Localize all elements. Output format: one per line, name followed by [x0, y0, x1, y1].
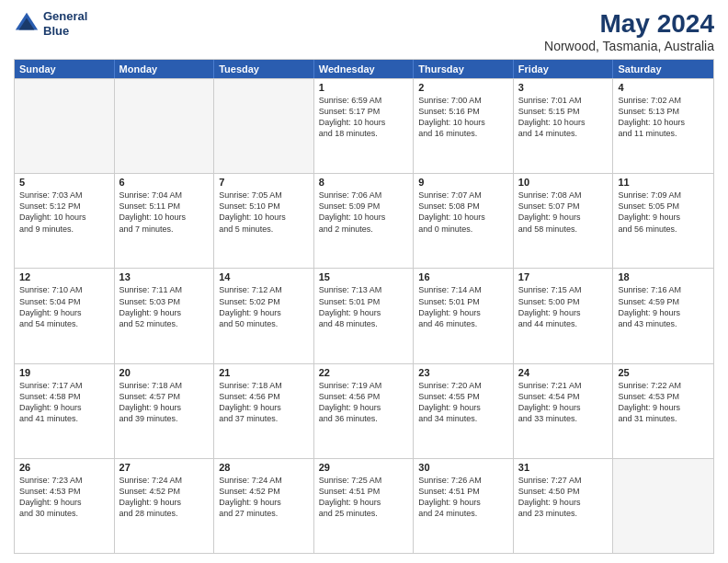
calendar-cell: 19Sunrise: 7:17 AMSunset: 4:58 PMDayligh…: [15, 364, 115, 458]
calendar-cell: 15Sunrise: 7:13 AMSunset: 5:01 PMDayligh…: [314, 269, 415, 362]
calendar-cell: 12Sunrise: 7:10 AMSunset: 5:04 PMDayligh…: [15, 269, 115, 362]
cell-info: Sunrise: 7:18 AMSunset: 4:57 PMDaylight:…: [119, 380, 210, 425]
day-number: 28: [219, 462, 309, 473]
header-day-saturday: Saturday: [613, 60, 713, 78]
calendar-cell: 20Sunrise: 7:18 AMSunset: 4:57 PMDayligh…: [115, 364, 215, 458]
calendar-cell: 2Sunrise: 7:00 AMSunset: 5:16 PMDaylight…: [414, 79, 514, 173]
header-day-monday: Monday: [115, 60, 215, 78]
calendar-row-3: 19Sunrise: 7:17 AMSunset: 4:58 PMDayligh…: [15, 363, 713, 458]
calendar-row-1: 5Sunrise: 7:03 AMSunset: 5:12 PMDaylight…: [15, 173, 713, 268]
cell-info: Sunrise: 7:15 AMSunset: 5:00 PMDaylight:…: [518, 284, 609, 329]
calendar-cell: 23Sunrise: 7:20 AMSunset: 4:55 PMDayligh…: [414, 364, 514, 458]
day-number: 21: [219, 367, 309, 378]
cell-info: Sunrise: 7:09 AMSunset: 5:05 PMDaylight:…: [618, 190, 709, 235]
calendar-cell: 30Sunrise: 7:26 AMSunset: 4:51 PMDayligh…: [414, 459, 514, 553]
day-number: 7: [219, 177, 309, 188]
header-day-wednesday: Wednesday: [314, 60, 415, 78]
calendar-cell: 29Sunrise: 7:25 AMSunset: 4:51 PMDayligh…: [314, 459, 415, 553]
day-number: 23: [418, 367, 508, 378]
cell-info: Sunrise: 7:26 AMSunset: 4:51 PMDaylight:…: [418, 475, 508, 520]
day-number: 17: [518, 271, 609, 282]
calendar-cell: 25Sunrise: 7:22 AMSunset: 4:53 PMDayligh…: [613, 364, 713, 458]
calendar-row-2: 12Sunrise: 7:10 AMSunset: 5:04 PMDayligh…: [15, 268, 713, 362]
logo-text: General Blue: [43, 9, 87, 38]
page: General Blue May 2024 Norwood, Tasmania,…: [0, 0, 728, 563]
cell-info: Sunrise: 7:11 AMSunset: 5:03 PMDaylight:…: [119, 284, 210, 329]
calendar-cell: 7Sunrise: 7:05 AMSunset: 5:10 PMDaylight…: [214, 174, 314, 268]
cell-info: Sunrise: 7:17 AMSunset: 4:58 PMDaylight:…: [19, 380, 109, 425]
day-number: 10: [518, 177, 609, 188]
calendar-cell: [15, 79, 115, 173]
calendar-cell: 18Sunrise: 7:16 AMSunset: 4:59 PMDayligh…: [613, 269, 713, 362]
day-number: 1: [319, 82, 409, 93]
logo-icon: [14, 11, 40, 37]
day-number: 5: [19, 177, 109, 188]
calendar-cell: 28Sunrise: 7:24 AMSunset: 4:52 PMDayligh…: [214, 459, 314, 553]
calendar-cell: 5Sunrise: 7:03 AMSunset: 5:12 PMDaylight…: [15, 174, 115, 268]
cell-info: Sunrise: 7:22 AMSunset: 4:53 PMDaylight:…: [618, 380, 709, 425]
day-number: 20: [119, 367, 210, 378]
calendar-cell: 6Sunrise: 7:04 AMSunset: 5:11 PMDaylight…: [115, 174, 215, 268]
header: General Blue May 2024 Norwood, Tasmania,…: [14, 9, 714, 53]
calendar-cell: 16Sunrise: 7:14 AMSunset: 5:01 PMDayligh…: [414, 269, 514, 362]
cell-info: Sunrise: 7:07 AMSunset: 5:08 PMDaylight:…: [418, 190, 508, 235]
day-number: 25: [618, 367, 709, 378]
header-day-sunday: Sunday: [15, 60, 115, 78]
header-day-tuesday: Tuesday: [214, 60, 314, 78]
calendar-cell: 10Sunrise: 7:08 AMSunset: 5:07 PMDayligh…: [514, 174, 614, 268]
calendar-cell: 9Sunrise: 7:07 AMSunset: 5:08 PMDaylight…: [414, 174, 514, 268]
cell-info: Sunrise: 7:20 AMSunset: 4:55 PMDaylight:…: [418, 380, 508, 425]
calendar: SundayMondayTuesdayWednesdayThursdayFrid…: [14, 59, 714, 554]
day-number: 27: [119, 462, 210, 473]
day-number: 16: [418, 271, 508, 282]
day-number: 8: [319, 177, 409, 188]
cell-info: Sunrise: 7:21 AMSunset: 4:54 PMDaylight:…: [518, 380, 609, 425]
day-number: 19: [19, 367, 109, 378]
day-number: 14: [219, 271, 309, 282]
cell-info: Sunrise: 7:01 AMSunset: 5:15 PMDaylight:…: [518, 95, 609, 140]
day-number: 11: [618, 177, 709, 188]
day-number: 24: [518, 367, 609, 378]
calendar-cell: 26Sunrise: 7:23 AMSunset: 4:53 PMDayligh…: [15, 459, 115, 553]
day-number: 12: [19, 271, 109, 282]
day-number: 2: [418, 82, 508, 93]
cell-info: Sunrise: 7:19 AMSunset: 4:56 PMDaylight:…: [319, 380, 409, 425]
calendar-row-4: 26Sunrise: 7:23 AMSunset: 4:53 PMDayligh…: [15, 458, 713, 553]
day-number: 22: [319, 367, 409, 378]
cell-info: Sunrise: 7:03 AMSunset: 5:12 PMDaylight:…: [19, 190, 109, 235]
calendar-row-0: 1Sunrise: 6:59 AMSunset: 5:17 PMDaylight…: [15, 78, 713, 173]
cell-info: Sunrise: 7:25 AMSunset: 4:51 PMDaylight:…: [319, 475, 409, 520]
day-number: 31: [518, 462, 609, 473]
day-number: 15: [319, 271, 409, 282]
calendar-cell: 3Sunrise: 7:01 AMSunset: 5:15 PMDaylight…: [514, 79, 614, 173]
cell-info: Sunrise: 7:10 AMSunset: 5:04 PMDaylight:…: [19, 284, 109, 329]
cell-info: Sunrise: 7:08 AMSunset: 5:07 PMDaylight:…: [518, 190, 609, 235]
calendar-cell: [613, 459, 713, 553]
calendar-cell: 27Sunrise: 7:24 AMSunset: 4:52 PMDayligh…: [115, 459, 215, 553]
calendar-cell: 21Sunrise: 7:18 AMSunset: 4:56 PMDayligh…: [214, 364, 314, 458]
cell-info: Sunrise: 7:14 AMSunset: 5:01 PMDaylight:…: [418, 284, 508, 329]
cell-info: Sunrise: 7:18 AMSunset: 4:56 PMDaylight:…: [219, 380, 309, 425]
cell-info: Sunrise: 7:24 AMSunset: 4:52 PMDaylight:…: [219, 475, 309, 520]
day-number: 30: [418, 462, 508, 473]
cell-info: Sunrise: 6:59 AMSunset: 5:17 PMDaylight:…: [319, 95, 409, 140]
cell-info: Sunrise: 7:06 AMSunset: 5:09 PMDaylight:…: [319, 190, 409, 235]
cell-info: Sunrise: 7:24 AMSunset: 4:52 PMDaylight:…: [119, 475, 210, 520]
calendar-header: SundayMondayTuesdayWednesdayThursdayFrid…: [15, 60, 713, 78]
calendar-cell: 1Sunrise: 6:59 AMSunset: 5:17 PMDaylight…: [314, 79, 415, 173]
day-number: 9: [418, 177, 508, 188]
calendar-cell: 24Sunrise: 7:21 AMSunset: 4:54 PMDayligh…: [514, 364, 614, 458]
cell-info: Sunrise: 7:00 AMSunset: 5:16 PMDaylight:…: [418, 95, 508, 140]
day-number: 13: [119, 271, 210, 282]
day-number: 29: [319, 462, 409, 473]
calendar-cell: 11Sunrise: 7:09 AMSunset: 5:05 PMDayligh…: [613, 174, 713, 268]
subtitle: Norwood, Tasmania, Australia: [544, 39, 714, 53]
cell-info: Sunrise: 7:27 AMSunset: 4:50 PMDaylight:…: [518, 475, 609, 520]
title-block: May 2024 Norwood, Tasmania, Australia: [544, 9, 714, 53]
header-day-thursday: Thursday: [414, 60, 514, 78]
calendar-cell: 17Sunrise: 7:15 AMSunset: 5:00 PMDayligh…: [514, 269, 614, 362]
day-number: 6: [119, 177, 210, 188]
cell-info: Sunrise: 7:04 AMSunset: 5:11 PMDaylight:…: [119, 190, 210, 235]
calendar-cell: [214, 79, 314, 173]
calendar-cell: 22Sunrise: 7:19 AMSunset: 4:56 PMDayligh…: [314, 364, 415, 458]
